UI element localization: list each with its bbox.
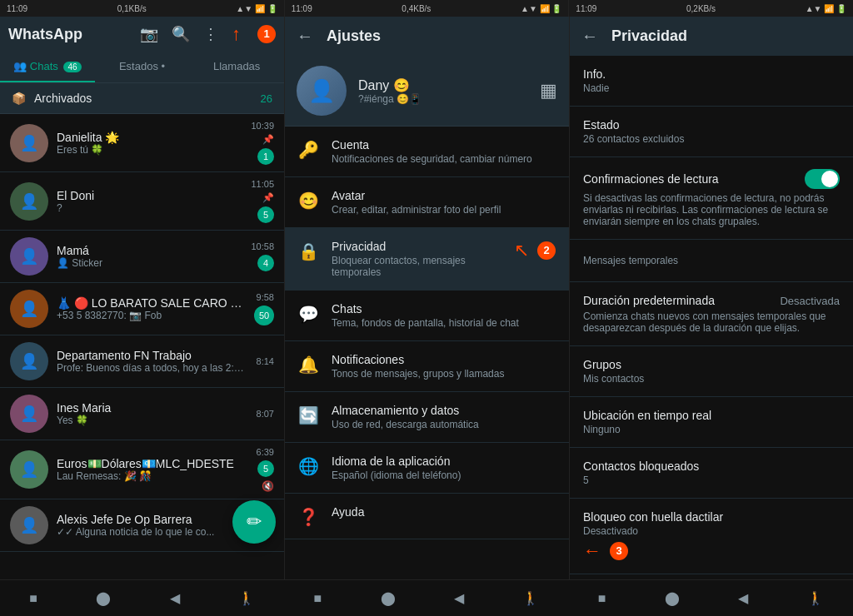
time-3: 11:09 bbox=[576, 4, 596, 13]
settings-back-icon[interactable]: ← bbox=[297, 27, 313, 46]
nav-square-icon-2[interactable]: ■ bbox=[314, 591, 322, 606]
chat-info: Euros💵Dólares💶MLC_HDESTE Lau Remesas: 🎉 … bbox=[57, 457, 248, 482]
settings-item-title: Chats bbox=[332, 302, 556, 315]
privacy-item[interactable]: Mensajes temporales bbox=[570, 240, 853, 282]
privacy-item-title: Confirmaciones de lectura bbox=[583, 172, 719, 186]
mute-icon: 🔇 bbox=[262, 480, 274, 492]
network-3: 0,2KB/s bbox=[686, 4, 716, 13]
settings-item-title: Ayuda bbox=[332, 505, 556, 519]
privacy-item[interactable]: Contactos bloqueados 5 bbox=[570, 448, 853, 499]
network-1: 0,1KB/s bbox=[117, 4, 147, 13]
icons-3: ▲▼ 📶 🔋 bbox=[806, 4, 846, 13]
arrow-annotation-3: ← bbox=[583, 540, 601, 562]
chat-meta: 6:39 5 🔇 bbox=[257, 447, 274, 492]
settings-item[interactable]: 🔒 Privacidad Bloquear contactos, mensaje… bbox=[285, 228, 569, 291]
chat-meta: 8:14 bbox=[257, 356, 274, 366]
nav-circle-icon-2[interactable]: ⬤ bbox=[381, 590, 396, 606]
settings-item[interactable]: 🌐 Idioma de la aplicación Español (idiom… bbox=[285, 443, 569, 494]
settings-item[interactable]: 🔑 Cuenta Notificaciones de seguridad, ca… bbox=[285, 127, 569, 177]
qr-code-icon[interactable]: ▦ bbox=[540, 80, 557, 102]
settings-icon: ❓ bbox=[298, 507, 318, 527]
menu-icon[interactable]: ⋮ bbox=[203, 25, 218, 43]
chat-name: Ines Maria bbox=[57, 401, 248, 415]
camera-icon[interactable]: 📷 bbox=[140, 25, 158, 43]
annotation-2-number: 2 bbox=[537, 241, 556, 260]
privacy-item-row: Confirmaciones de lectura bbox=[583, 169, 840, 189]
tab-estados[interactable]: Estados • bbox=[95, 52, 190, 82]
time-2: 11:09 bbox=[292, 4, 312, 13]
chat-name: Mamá bbox=[57, 244, 242, 257]
status-segment-3: 11:09 0,2KB/s ▲▼ 📶 🔋 bbox=[569, 0, 853, 17]
settings-item-subtitle: Bloquear contactos, mensajes temporales bbox=[332, 255, 501, 278]
chat-avatar: 👤 bbox=[10, 290, 48, 328]
profile-section[interactable]: 👤 Dany 😊 ?#iénga 😊📱 ▦ bbox=[285, 56, 569, 127]
network-2: 0,4KB/s bbox=[402, 4, 431, 13]
chat-meta: 11:05 📌 5 bbox=[251, 179, 274, 223]
chat-name: Danielita 🌟 bbox=[57, 131, 242, 144]
profile-status: ?#iénga 😊📱 bbox=[358, 93, 528, 105]
status-segment-1: 11:09 0,1KB/s ▲▼ 📶 🔋 bbox=[0, 0, 285, 17]
privacy-item[interactable]: Ubicación en tiempo real Ninguno bbox=[570, 397, 853, 448]
settings-item[interactable]: 🔔 Notificaciones Tonos de mensajes, grup… bbox=[285, 341, 569, 392]
read-receipt-toggle[interactable] bbox=[805, 169, 840, 189]
privacy-item[interactable]: Confirmaciones de lectura Si desactivas … bbox=[570, 157, 853, 240]
privacy-item[interactable]: Duración predeterminada Desactivada Comi… bbox=[570, 282, 853, 346]
nav-circle-icon-1[interactable]: ⬤ bbox=[96, 590, 111, 606]
chat-info: Ines Maria Yes 🍀 bbox=[57, 401, 248, 426]
nav-person-icon-2[interactable]: 🚶 bbox=[522, 590, 539, 606]
nav-person-icon-1[interactable]: 🚶 bbox=[238, 590, 255, 606]
chat-preview: Yes 🍀 bbox=[57, 415, 248, 426]
chat-items: 👤 Danielita 🌟 Eres tú 🍀 10:39 📌 1 👤 El D… bbox=[0, 114, 284, 552]
chat-item[interactable]: 👤 Danielita 🌟 Eres tú 🍀 10:39 📌 1 bbox=[0, 114, 284, 172]
settings-item[interactable]: 😊 Avatar Crear, editar, administrar foto… bbox=[285, 177, 569, 228]
privacy-item-subtitle: 5 bbox=[583, 474, 840, 486]
privacy-topbar: ← Privacidad bbox=[570, 17, 853, 56]
settings-item-subtitle: Tonos de mensajes, grupos y llamadas bbox=[332, 368, 556, 380]
nav-square-icon-3[interactable]: ■ bbox=[598, 591, 606, 606]
chat-item[interactable]: 👤 Ines Maria Yes 🍀 8:07 bbox=[0, 388, 284, 440]
tab-llamadas[interactable]: Llamadas bbox=[189, 52, 284, 82]
settings-item[interactable]: 🔄 Almacenamiento y datos Uso de red, des… bbox=[285, 392, 569, 443]
chat-item[interactable]: 👤 👗 🔴 LO BARATO SALE CARO 💎🔴 +53 5 83827… bbox=[0, 283, 284, 335]
privacy-item[interactable]: Estado 26 contactos excluidos bbox=[570, 107, 853, 157]
privacy-item-value: Desactivada bbox=[780, 295, 840, 307]
chat-item[interactable]: 👤 Mamá 👤 Sticker 10:58 4 bbox=[0, 231, 284, 283]
privacy-item-title: Duración predeterminada bbox=[583, 294, 715, 307]
chat-avatar: 👤 bbox=[10, 124, 48, 162]
privacy-back-icon[interactable]: ← bbox=[581, 27, 598, 46]
bottom-nav-3: ■ ⬤ ◀ 🚶 bbox=[569, 579, 853, 616]
archived-bar[interactable]: 📦 Archivados 26 bbox=[0, 83, 284, 114]
settings-item-text: Almacenamiento y datos Uso de red, desca… bbox=[332, 404, 556, 430]
privacy-item[interactable]: Info. Nadie bbox=[570, 56, 853, 107]
settings-topbar: ← Ajustes bbox=[285, 17, 569, 56]
settings-item-title: Notificaciones bbox=[332, 353, 556, 366]
settings-list: 🔑 Cuenta Notificaciones de seguridad, ca… bbox=[285, 127, 569, 579]
privacy-items: Info. Nadie Estado 26 contactos excluido… bbox=[570, 56, 853, 574]
nav-back-icon-2[interactable]: ◀ bbox=[454, 590, 464, 606]
profile-name: Dany 😊 bbox=[358, 77, 528, 93]
search-icon[interactable]: 🔍 bbox=[172, 25, 190, 43]
settings-icon: 😊 bbox=[298, 191, 318, 211]
chat-meta: 10:39 📌 1 bbox=[251, 121, 274, 165]
settings-item[interactable]: 💬 Chats Tema, fondos de pantalla, histor… bbox=[285, 291, 569, 341]
tab-chats-label: Chats bbox=[30, 60, 58, 72]
chat-name: Euros💵Dólares💶MLC_HDESTE bbox=[57, 457, 248, 470]
nav-back-icon-1[interactable]: ◀ bbox=[170, 590, 180, 606]
nav-person-icon-3[interactable]: 🚶 bbox=[807, 590, 824, 606]
chat-item[interactable]: 👤 Euros💵Dólares💶MLC_HDESTE Lau Remesas: … bbox=[0, 440, 284, 499]
bottom-nav: ■ ⬤ ◀ 🚶 ■ ⬤ ◀ 🚶 ■ ⬤ ◀ 🚶 bbox=[0, 579, 853, 616]
chat-item[interactable]: 👤 Departamento FN Trabajo Profe: Buenos … bbox=[0, 335, 284, 388]
privacy-item[interactable]: Grupos Mis contactos bbox=[570, 346, 853, 397]
chat-meta: 9:58 50 bbox=[254, 292, 274, 325]
nav-circle-icon-3[interactable]: ⬤ bbox=[665, 590, 680, 606]
settings-item[interactable]: ❓ Ayuda bbox=[285, 494, 569, 539]
tab-chats[interactable]: 👥 Chats 46 bbox=[0, 52, 95, 82]
nav-square-icon-1[interactable]: ■ bbox=[29, 591, 37, 606]
nav-back-icon-3[interactable]: ◀ bbox=[738, 590, 748, 606]
chat-item[interactable]: 👤 El Doni ? 11:05 📌 5 bbox=[0, 172, 284, 231]
pin-icon: 📌 bbox=[262, 134, 274, 145]
new-chat-fab[interactable]: ✏ bbox=[232, 500, 276, 544]
privacy-item-subtitle: Ninguno bbox=[583, 424, 840, 435]
privacy-item[interactable]: Bloqueo con huella dactilar Desactivado … bbox=[570, 499, 853, 574]
chat-preview: Profe: Buenos días a todos, hoy a las 2:… bbox=[57, 362, 248, 374]
